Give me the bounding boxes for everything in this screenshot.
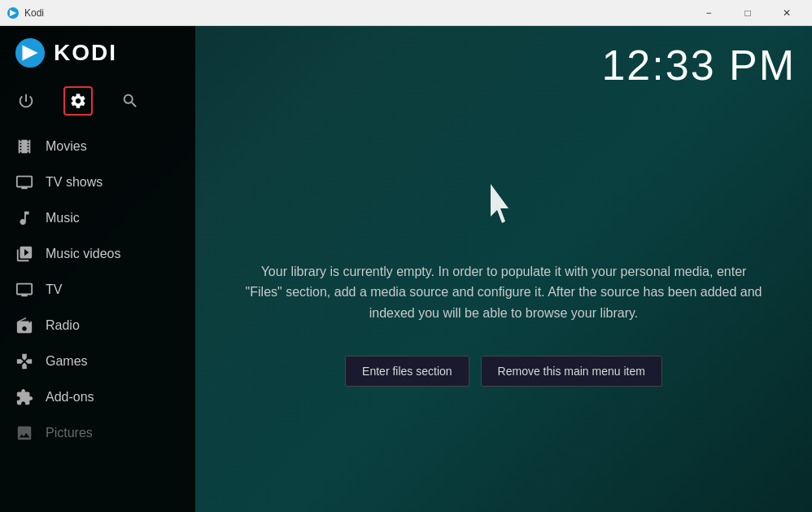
movies-icon <box>15 137 34 156</box>
addons-icon <box>15 387 34 407</box>
games-icon <box>15 352 34 371</box>
search-button[interactable] <box>116 86 145 116</box>
sidebar-label-addons: Add-ons <box>46 390 94 405</box>
radio-icon <box>15 316 34 335</box>
sidebar-item-pictures[interactable]: Pictures <box>0 415 195 451</box>
sidebar-label-radio: Radio <box>46 318 80 333</box>
main-content: 12:33 PM Your library is currently empty… <box>195 26 812 512</box>
maximize-button[interactable]: □ <box>729 0 766 26</box>
music-icon <box>15 208 34 228</box>
minimize-button[interactable]: − <box>690 0 727 26</box>
sidebar-label-music: Music <box>46 211 80 225</box>
kodi-text: KODI <box>54 40 117 66</box>
close-button[interactable]: ✕ <box>768 0 805 26</box>
sidebar-label-games: Games <box>46 354 88 369</box>
sidebar-label-pictures: Pictures <box>46 426 93 440</box>
sidebar-item-addons[interactable]: Add-ons <box>0 379 195 415</box>
search-icon <box>121 92 139 110</box>
tvshows-icon <box>15 173 34 192</box>
pictures-icon <box>15 423 34 443</box>
sidebar-label-tv: TV <box>46 282 62 297</box>
sidebar-label-musicvideos: Music videos <box>46 247 120 261</box>
sidebar-item-games[interactable]: Games <box>0 344 195 379</box>
sidebar-item-music[interactable]: Music <box>0 200 195 236</box>
cursor-icon <box>484 184 523 237</box>
title-bar: Kodi − □ ✕ <box>0 0 812 26</box>
title-bar-controls: − □ ✕ <box>690 0 805 26</box>
kodi-icon-small <box>7 7 20 20</box>
time-display: 12:33 PM <box>601 41 796 90</box>
action-buttons: Enter files section Remove this main men… <box>345 356 662 387</box>
library-message: Your library is currently empty. In orde… <box>244 261 763 324</box>
settings-button[interactable] <box>63 86 93 116</box>
sidebar-item-tv[interactable]: TV <box>0 272 195 308</box>
remove-menu-item-button[interactable]: Remove this main menu item <box>481 356 662 387</box>
sidebar-label-tvshows: TV shows <box>46 175 103 190</box>
power-icon <box>17 92 35 110</box>
tv-icon <box>15 280 34 300</box>
sidebar-label-movies: Movies <box>46 139 87 154</box>
sidebar-item-tvshows[interactable]: TV shows <box>0 164 195 200</box>
app-container: KODI <box>0 26 812 512</box>
power-button[interactable] <box>11 86 41 116</box>
settings-icon <box>69 92 87 110</box>
nav-list: Movies TV shows Music Music videos <box>0 129 195 512</box>
sidebar-item-radio[interactable]: Radio <box>0 308 195 344</box>
sidebar-item-musicvideos[interactable]: Music videos <box>0 236 195 272</box>
enter-files-button[interactable]: Enter files section <box>345 356 469 387</box>
title-bar-left: Kodi <box>7 7 44 20</box>
top-icons-row <box>0 80 195 129</box>
sidebar-item-movies[interactable]: Movies <box>0 129 195 164</box>
center-content: Your library is currently empty. In orde… <box>195 59 812 512</box>
sidebar-header: KODI <box>0 26 195 80</box>
kodi-logo <box>15 37 46 68</box>
title-bar-title: Kodi <box>24 7 44 19</box>
musicvideos-icon <box>15 244 34 264</box>
sidebar: KODI <box>0 26 195 512</box>
